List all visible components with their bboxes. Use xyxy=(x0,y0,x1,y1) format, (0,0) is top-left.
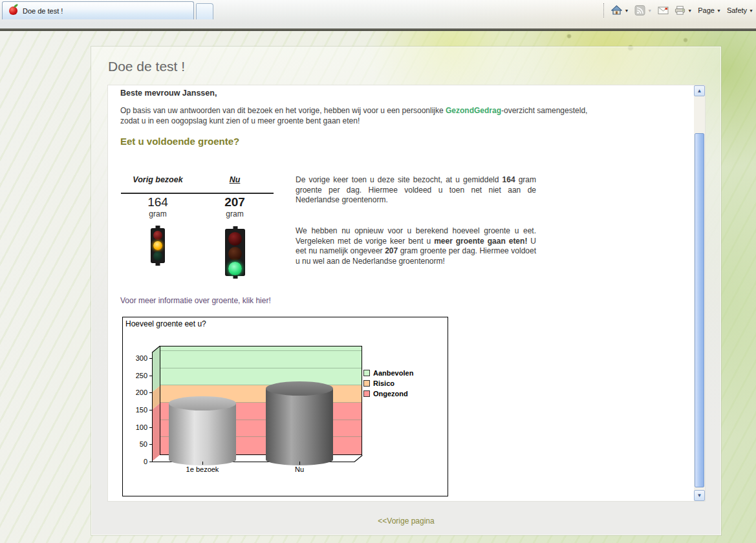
greeting-text: Beste mevrouw Janssen, xyxy=(120,89,217,98)
legend-item-risico: Risico xyxy=(363,379,413,387)
page-menu-button[interactable]: Page ▼ xyxy=(698,6,721,14)
home-caret-icon: ▼ xyxy=(624,8,629,13)
chart-bar-1e bezoek xyxy=(169,403,236,465)
green-light xyxy=(153,251,162,261)
comparison-divider xyxy=(121,193,274,194)
para-now-bold-207: 207 xyxy=(385,246,398,255)
screen: Doe de test ! ▼ ▼ xyxy=(0,0,756,543)
chart-ytick-250 xyxy=(149,376,152,376)
browser-tab-bar: Doe de test ! ▼ ▼ xyxy=(0,0,756,28)
legend-swatch-ongezond xyxy=(363,390,370,397)
traffic-light-previous-amber-icon xyxy=(151,228,165,263)
chart-ylabel-250: 250 xyxy=(123,372,147,379)
chart-3d-edge-bottom xyxy=(354,455,363,462)
chart-xtick-Nu xyxy=(299,462,300,465)
chart-ylabel-100: 100 xyxy=(123,423,147,431)
print-icon xyxy=(675,5,686,16)
unit-previous: gram xyxy=(119,209,197,218)
chart-xtick-1e bezoek xyxy=(202,462,203,465)
chart-ylabel-200: 200 xyxy=(123,389,147,396)
chart-bar-Nu xyxy=(266,389,333,465)
tab-favicon-apple-icon xyxy=(9,6,17,15)
read-mail-button[interactable] xyxy=(658,5,669,16)
chart-ylabel-150: 150 xyxy=(123,406,147,414)
page-menu-label: Page xyxy=(698,6,715,14)
red-light xyxy=(228,232,242,246)
intro-paragraph: Op basis van uw antwoorden van dit bezoe… xyxy=(120,106,676,126)
para-prev-text-1: De vorige keer toen u deze site bezocht,… xyxy=(296,175,502,184)
home-icon xyxy=(611,5,622,16)
comparison-header-previous: Vorig bezoek xyxy=(119,175,197,184)
scroll-down-button[interactable]: ▼ xyxy=(694,490,705,501)
chart-bar-cap-Nu xyxy=(266,381,333,396)
chart-ytick-50 xyxy=(149,444,152,445)
chart-title: Hoeveel groente eet u? xyxy=(125,319,206,328)
chart-legend: AanbevolenRisicoOngezond xyxy=(363,369,413,400)
red-light xyxy=(153,231,162,240)
chart-ylabel-50: 50 xyxy=(123,440,147,448)
feeds-caret-icon: ▼ xyxy=(647,8,652,13)
chart-bar-cap-1e bezoek xyxy=(169,396,236,410)
section-heading: Eet u voldoende groente? xyxy=(120,136,239,147)
value-previous: 164 xyxy=(119,195,197,209)
browser-tab-active[interactable]: Doe de test ! xyxy=(2,1,194,19)
command-bar: ▼ ▼ xyxy=(596,2,756,19)
previous-page-link[interactable]: <<Vorige pagina xyxy=(92,516,720,526)
chart-band-aanbevolen xyxy=(152,346,160,392)
legend-label-aanbevolen: Aanbevolen xyxy=(373,369,413,377)
safety-menu-button[interactable]: Safety ▼ xyxy=(727,6,753,14)
chart-y-axis xyxy=(152,352,153,462)
main-panel: Doe de test ! Beste mevrouw Janssen, Op … xyxy=(91,47,721,535)
rss-icon xyxy=(634,5,645,16)
page-title: Doe de test ! xyxy=(108,59,185,74)
legend-item-ongezond: Ongezond xyxy=(363,390,413,398)
legend-label-ongezond: Ongezond xyxy=(373,390,408,398)
content-scrollbar[interactable]: ▲ ▼ xyxy=(694,85,705,501)
legend-item-aanbevolen: Aanbevolen xyxy=(363,369,413,377)
content-frame: Beste mevrouw Janssen, Op basis van uw a… xyxy=(107,85,706,502)
paragraph-now: We hebben nu opnieuw voor u berekend hoe… xyxy=(296,226,536,267)
scrollbar-thumb[interactable] xyxy=(695,133,704,487)
green-light-on xyxy=(228,262,242,275)
chart-ytick-0 xyxy=(149,462,152,462)
safety-menu-label: Safety xyxy=(727,6,747,14)
chart-xlabel-Nu: Nu xyxy=(270,465,329,473)
new-tab-button[interactable] xyxy=(196,3,213,19)
chart-ylabel-300: 300 xyxy=(123,354,147,362)
more-info-link[interactable]: Voor meer informatie over groente, klik … xyxy=(120,296,271,305)
chart-band-ongezond xyxy=(152,403,160,462)
feeds-button[interactable]: ▼ xyxy=(634,5,652,16)
scroll-up-button[interactable]: ▲ xyxy=(694,85,705,96)
intro-text-3: zodat u in een oogopslag kunt zien of u … xyxy=(120,116,360,125)
para-now-bold-more: meer groente gaan eten! xyxy=(434,237,527,246)
brand-name: GezondGedrag xyxy=(446,106,501,115)
chart-gridline-200 xyxy=(160,385,362,385)
print-button[interactable]: ▼ xyxy=(675,5,692,16)
chart-gridline-250 xyxy=(160,368,362,368)
legend-label-risico: Risico xyxy=(373,379,394,387)
chart-ytick-200 xyxy=(149,392,152,393)
amber-light xyxy=(228,247,242,261)
intro-text-2: -overzicht samengesteld, xyxy=(501,106,587,115)
home-button[interactable]: ▼ xyxy=(611,5,629,16)
para-prev-bold-164: 164 xyxy=(502,175,515,184)
mail-icon xyxy=(658,5,669,16)
legend-swatch-risico xyxy=(363,380,370,387)
chart-3d-left-wall xyxy=(152,346,160,462)
chart-xlabel-1e bezoek: 1e bezoek xyxy=(173,465,232,473)
chart: Hoeveel groente eet u? 05010015020025030… xyxy=(122,317,448,496)
print-caret-icon: ▼ xyxy=(687,8,692,13)
value-now: 207 xyxy=(196,195,274,209)
chart-ytick-150 xyxy=(149,410,152,410)
traffic-light-now-green-icon xyxy=(225,229,245,276)
legend-swatch-aanbevolen xyxy=(363,370,370,376)
paragraph-previous-visit: De vorige keer toen u deze site bezocht,… xyxy=(296,175,536,206)
chart-ylabel-0: 0 xyxy=(123,458,147,465)
chart-gridline-300 xyxy=(160,350,362,351)
intro-text-1: Op basis van uw antwoorden van dit bezoe… xyxy=(120,106,446,115)
amber-light-on xyxy=(153,241,162,250)
chart-ytick-100 xyxy=(149,427,152,428)
toolbar-separator xyxy=(603,3,604,17)
chart-ytick-300 xyxy=(149,358,152,359)
unit-now: gram xyxy=(196,209,274,218)
